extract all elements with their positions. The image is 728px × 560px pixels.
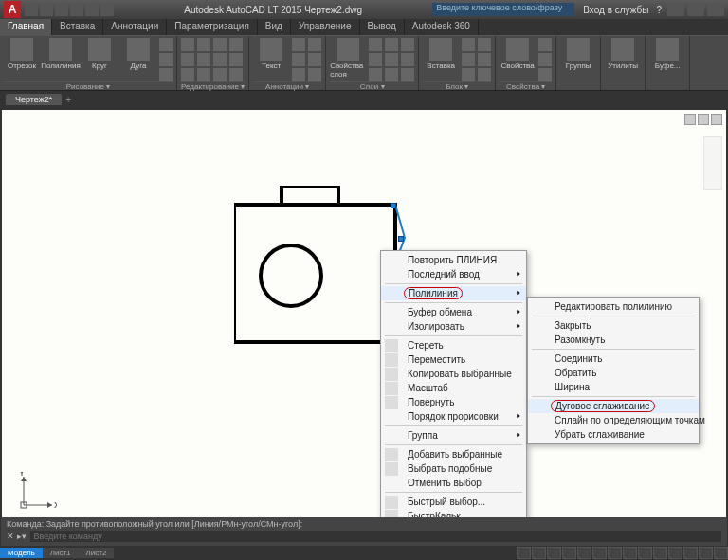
- ribbon-small-button[interactable]: [462, 53, 475, 66]
- ribbon-small-button[interactable]: [229, 68, 243, 81]
- ribbon-small-button[interactable]: [197, 68, 210, 81]
- ribbon-button[interactable]: Круг: [82, 38, 118, 70]
- ribbon-small-button[interactable]: [385, 38, 398, 51]
- ribbon-small-button[interactable]: [478, 38, 491, 51]
- qat-new-icon[interactable]: [25, 3, 38, 16]
- grip[interactable]: [398, 236, 404, 242]
- ribbon-small-button[interactable]: [292, 68, 305, 81]
- menu-item[interactable]: Порядок прорисовки: [381, 409, 526, 424]
- view-min-icon[interactable]: [684, 114, 696, 125]
- menu-item[interactable]: Переместить: [381, 352, 526, 367]
- status-icon[interactable]: [592, 547, 607, 559]
- ribbon-small-button[interactable]: [213, 53, 227, 66]
- app-logo[interactable]: A: [4, 1, 21, 18]
- ribbon-small-button[interactable]: [197, 38, 210, 51]
- status-icon[interactable]: [577, 547, 592, 559]
- ribbon-small-button[interactable]: [385, 53, 398, 66]
- search-box[interactable]: Введите ключевое слово/фразу: [432, 3, 574, 16]
- menu-item[interactable]: Быстрый выбор...: [381, 495, 526, 509]
- ribbon-small-button[interactable]: [369, 53, 382, 66]
- ribbon-small-button[interactable]: [308, 38, 321, 51]
- menu-item[interactable]: Убрать сглаживание: [528, 427, 699, 442]
- close-button[interactable]: [707, 3, 724, 16]
- ribbon-small-button[interactable]: [538, 53, 552, 66]
- ribbon-small-button[interactable]: [478, 53, 491, 66]
- menu-item[interactable]: Повторить ПЛИНИЯ: [381, 253, 526, 267]
- status-icon[interactable]: [547, 547, 561, 559]
- status-icon[interactable]: [714, 547, 728, 559]
- ribbon-button[interactable]: Вставка: [423, 38, 459, 70]
- ribbon-small-button[interactable]: [197, 53, 210, 66]
- ribbon-button[interactable]: Полилиния: [43, 38, 79, 70]
- status-icon[interactable]: [562, 547, 576, 559]
- ribbon-button[interactable]: Отрезок: [4, 38, 40, 70]
- menu-item[interactable]: Дуговое сглаживание: [528, 399, 699, 413]
- ribbon-small-button[interactable]: [213, 38, 227, 51]
- status-icon[interactable]: [653, 547, 667, 559]
- ribbon-small-button[interactable]: [292, 53, 305, 66]
- view-max-icon[interactable]: [698, 114, 709, 125]
- menu-item[interactable]: Изолировать: [381, 319, 526, 334]
- sheet-tab[interactable]: Лист2: [79, 548, 115, 558]
- ribbon-small-button[interactable]: [181, 53, 194, 66]
- menu-item[interactable]: Разомкнуть: [528, 333, 699, 347]
- qat-redo-icon[interactable]: [85, 3, 99, 16]
- menu-item[interactable]: Стереть: [381, 338, 526, 352]
- menu-item[interactable]: Сплайн по определяющим точкам: [528, 413, 699, 427]
- ribbon-small-button[interactable]: [538, 38, 552, 51]
- ribbon-button[interactable]: Дуга: [120, 38, 156, 70]
- ribbon-small-button[interactable]: [308, 68, 321, 81]
- menu-item[interactable]: Выбрать подобные: [381, 461, 526, 476]
- ribbon-small-button[interactable]: [385, 68, 398, 81]
- status-icon[interactable]: [532, 547, 546, 559]
- menu-item[interactable]: Группа: [381, 428, 526, 443]
- command-input[interactable]: [30, 531, 721, 542]
- ribbon-small-button[interactable]: [538, 68, 552, 81]
- ribbon-small-button[interactable]: [181, 68, 194, 81]
- signin-button[interactable]: Вход в службы: [580, 5, 651, 15]
- ribbon-small-button[interactable]: [369, 38, 382, 51]
- status-icon[interactable]: [608, 547, 622, 559]
- ribbon-small-button[interactable]: [308, 53, 321, 66]
- ribbon-small-button[interactable]: [213, 68, 227, 81]
- tab-parametric[interactable]: Параметризация: [167, 19, 258, 35]
- menu-item[interactable]: Последний ввод: [381, 267, 526, 281]
- ribbon-small-button[interactable]: [369, 68, 382, 81]
- status-icon[interactable]: [683, 547, 698, 559]
- qat-print-icon[interactable]: [100, 3, 114, 16]
- ribbon-small-button[interactable]: [229, 53, 243, 66]
- ribbon-small-button[interactable]: [462, 68, 475, 81]
- ribbon-button[interactable]: Свойства слоя: [330, 38, 366, 79]
- view-close-icon[interactable]: [711, 114, 722, 125]
- navigation-bar[interactable]: [703, 136, 722, 190]
- command-line[interactable]: Команда: Задайте противоположный угол ил…: [1, 517, 727, 546]
- ribbon-button[interactable]: Текст: [253, 38, 289, 70]
- ribbon-small-button[interactable]: [401, 68, 414, 81]
- menu-item[interactable]: Добавить выбранные: [381, 447, 526, 461]
- menu-item[interactable]: Закрыть: [528, 318, 699, 333]
- tab-annotate[interactable]: Аннотации: [103, 19, 167, 35]
- menu-item[interactable]: Буфер обмена: [381, 305, 526, 319]
- help-icon[interactable]: ?: [653, 5, 664, 15]
- sheet-tab[interactable]: Лист1: [43, 548, 79, 558]
- status-icon[interactable]: [668, 547, 682, 559]
- drawing-canvas[interactable]: X Y Повторить ПЛИНИЯПоследний вводПолили…: [2, 110, 726, 527]
- tab-manage[interactable]: Управление: [291, 19, 360, 35]
- ribbon-small-button[interactable]: [462, 38, 475, 51]
- ribbon-small-button[interactable]: [292, 38, 305, 51]
- maximize-button[interactable]: [687, 3, 704, 16]
- status-icon[interactable]: [699, 547, 713, 559]
- menu-item[interactable]: Повернуть: [381, 395, 526, 409]
- ribbon-button[interactable]: Буфе...: [649, 38, 685, 70]
- menu-item[interactable]: Копировать выбранные: [381, 367, 526, 381]
- ribbon-button[interactable]: Утилиты: [605, 38, 641, 70]
- ribbon-small-button[interactable]: [159, 68, 173, 81]
- menu-item[interactable]: Редактировать полилинию: [528, 299, 699, 314]
- model-tab[interactable]: Модель: [0, 548, 43, 558]
- ribbon-small-button[interactable]: [478, 68, 491, 81]
- menu-item[interactable]: Полилиния: [381, 286, 526, 300]
- status-icon[interactable]: [623, 547, 637, 559]
- ribbon-small-button[interactable]: [159, 38, 173, 51]
- ribbon-small-button[interactable]: [181, 38, 194, 51]
- ribbon-small-button[interactable]: [159, 53, 173, 66]
